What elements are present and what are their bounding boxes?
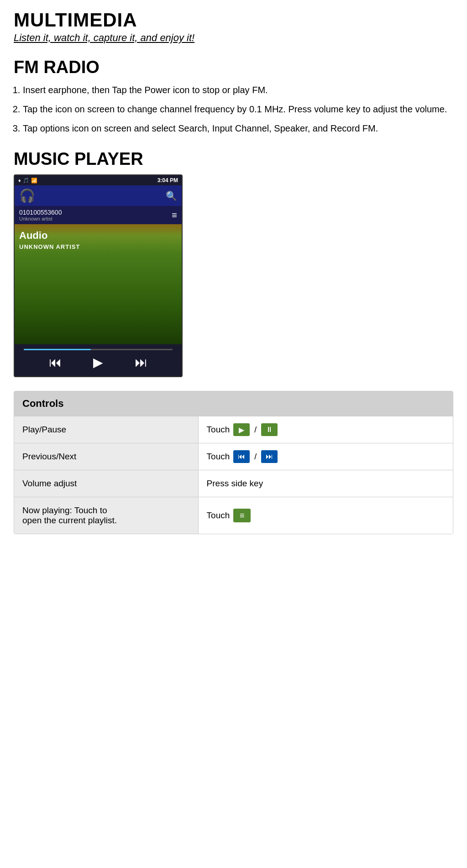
phone-screenshot: ♦ 🎵 📶 3:04 PM 🎧 🔍 010100553600 Unknown a… <box>14 174 183 377</box>
fm-radio-instructions: Insert earphone, then Tap the Power icon… <box>14 83 453 136</box>
audio-label: Audio <box>19 230 177 242</box>
table-row-play-pause: Play/Pause Touch ▶ / ⏸ <box>14 416 453 443</box>
headphone-icon: 🎧 <box>19 188 35 203</box>
phone-top-bar: 🎧 🔍 <box>15 185 182 206</box>
progress-bar-container[interactable] <box>19 349 177 350</box>
volume-instruction: Press side key <box>199 470 453 497</box>
volume-press-text: Press side key <box>207 479 263 489</box>
prev-next-touch-text: Touch <box>207 452 230 462</box>
status-icons: ♦ 🎵 📶 <box>18 178 37 184</box>
status-time: 3:04 PM <box>157 177 178 184</box>
play-button[interactable]: ▶ <box>93 355 103 370</box>
status-icon-3: 📶 <box>31 178 37 184</box>
now-playing-line1: Now playing: Touch to <box>22 505 107 515</box>
phone-info-left: 010100553600 Unknown artist <box>19 209 62 221</box>
status-icon-2: 🎵 <box>23 178 29 184</box>
slash-icon-2: / <box>254 452 257 462</box>
now-playing-label: Now playing: Touch to open the current p… <box>14 497 199 534</box>
status-icon-1: ♦ <box>18 178 21 183</box>
phone-bottom-area: ⏮ ▶ ⏭ <box>15 344 182 376</box>
audio-section: Audio UNKNOWN ARTIST <box>15 224 182 253</box>
volume-label: Volume adjust <box>14 470 199 497</box>
now-playing-line2: open the current playlist. <box>22 516 117 525</box>
previous-button[interactable]: ⏮ <box>49 355 62 370</box>
page-subtitle: Listen it, watch it, capture it, and enj… <box>14 32 453 44</box>
progress-bar-bg <box>24 349 173 350</box>
next-button[interactable]: ⏭ <box>135 355 147 370</box>
table-row-volume: Volume adjust Press side key <box>14 470 453 497</box>
playback-controls: ⏮ ▶ ⏭ <box>19 355 177 370</box>
play-icon-btn[interactable]: ▶ <box>233 423 250 436</box>
table-row-now-playing: Now playing: Touch to open the current p… <box>14 497 453 534</box>
section-title-fm-radio: FM RADIO <box>14 58 453 77</box>
fm-instruction-2: Tap the icon on screen to change channel… <box>23 102 453 116</box>
prev-icon-btn[interactable]: ⏮ <box>233 450 250 463</box>
play-pause-instruction: Touch ▶ / ⏸ <box>199 416 453 443</box>
now-playing-instruction: Touch ≡ <box>199 497 453 534</box>
unknown-artist-label: UNKNOWN ARTIST <box>19 243 177 250</box>
hamburger-icon[interactable]: ≡ <box>172 210 177 221</box>
play-pause-touch-text: Touch <box>207 425 230 435</box>
fm-instruction-3: Tap options icon on screen and select Se… <box>23 121 453 136</box>
phone-number: 010100553600 <box>19 209 62 216</box>
phone-info-bar: 010100553600 Unknown artist ≡ <box>15 206 182 224</box>
pause-icon-btn[interactable]: ⏸ <box>261 423 278 436</box>
play-pause-label: Play/Pause <box>14 416 199 443</box>
controls-header: Controls <box>14 391 453 416</box>
slash-icon-1: / <box>254 425 257 435</box>
artist-name: Unknown artist <box>19 216 62 221</box>
search-icon[interactable]: 🔍 <box>166 190 177 201</box>
section-title-music-player: MUSIC PLAYER <box>14 149 453 169</box>
prev-next-instruction: Touch ⏮ / ⏭ <box>199 443 453 470</box>
menu-icon-btn[interactable]: ≡ <box>233 509 251 522</box>
fm-instruction-1: Insert earphone, then Tap the Power icon… <box>23 83 453 97</box>
album-art <box>15 253 182 344</box>
next-icon-btn[interactable]: ⏭ <box>261 450 278 463</box>
page-title: MULTIMEDIA <box>14 9 453 31</box>
prev-next-label: Previous/Next <box>14 443 199 470</box>
controls-table: Controls Play/Pause Touch ▶ / ⏸ Previous… <box>14 391 453 534</box>
phone-status-bar: ♦ 🎵 📶 3:04 PM <box>15 175 182 185</box>
now-playing-touch-text: Touch <box>207 510 230 521</box>
progress-bar-fill <box>24 349 91 350</box>
table-row-prev-next: Previous/Next Touch ⏮ / ⏭ <box>14 443 453 470</box>
